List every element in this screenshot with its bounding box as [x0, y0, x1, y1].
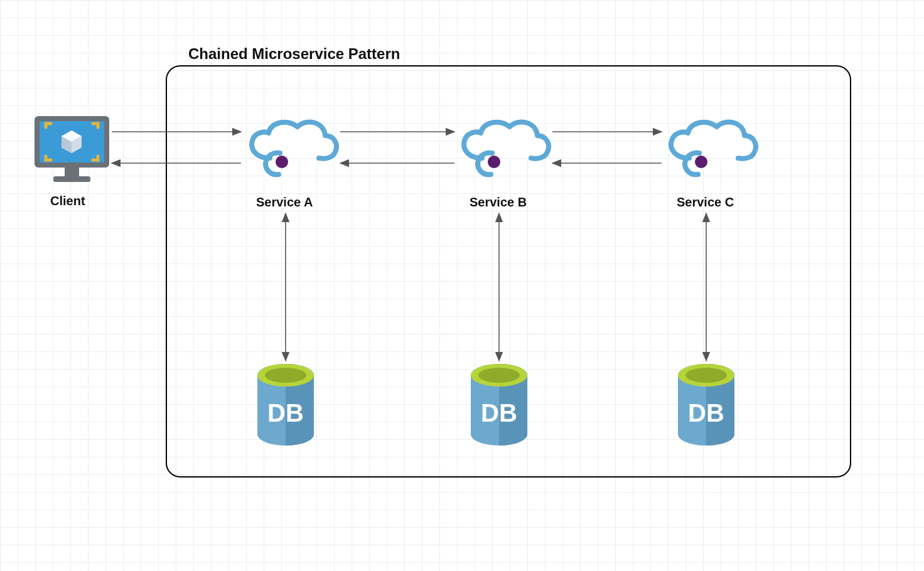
service-a-label: Service A	[256, 195, 313, 210]
db-c-text: DB	[688, 399, 724, 427]
svg-point-12	[265, 368, 306, 383]
db-a-icon: DB	[257, 364, 314, 446]
service-a-icon	[252, 122, 336, 174]
service-c-icon	[671, 122, 756, 174]
service-b-label: Service B	[470, 195, 527, 210]
db-c-icon: DB	[678, 364, 734, 446]
svg-rect-6	[65, 168, 79, 176]
svg-marker-3	[62, 131, 82, 142]
svg-point-14	[478, 368, 520, 383]
svg-rect-1	[40, 121, 104, 163]
db-b-text: DB	[481, 399, 517, 427]
svg-point-9	[488, 156, 500, 168]
db-a-text: DB	[267, 399, 304, 427]
diagram-title: Chained Microservice Pattern	[188, 45, 400, 63]
client-label: Client	[50, 194, 85, 208]
svg-rect-0	[35, 116, 109, 168]
diagram-svg: DB DB DB	[0, 0, 924, 571]
svg-point-11	[257, 364, 314, 387]
db-b-icon: DB	[471, 364, 527, 446]
service-c-label: Service C	[677, 195, 734, 210]
svg-marker-4	[72, 136, 82, 153]
diagram-canvas: Chained Microservice Pattern Client Serv…	[0, 0, 924, 571]
svg-marker-5	[62, 136, 72, 153]
client-icon	[35, 116, 109, 182]
svg-point-8	[276, 156, 288, 168]
service-b-icon	[464, 122, 549, 174]
svg-point-13	[471, 364, 527, 387]
svg-point-15	[678, 364, 734, 387]
svg-point-10	[695, 156, 707, 168]
svg-point-16	[685, 368, 727, 383]
svg-rect-7	[53, 176, 90, 182]
container-box	[166, 66, 851, 477]
svg-marker-2	[62, 131, 82, 153]
